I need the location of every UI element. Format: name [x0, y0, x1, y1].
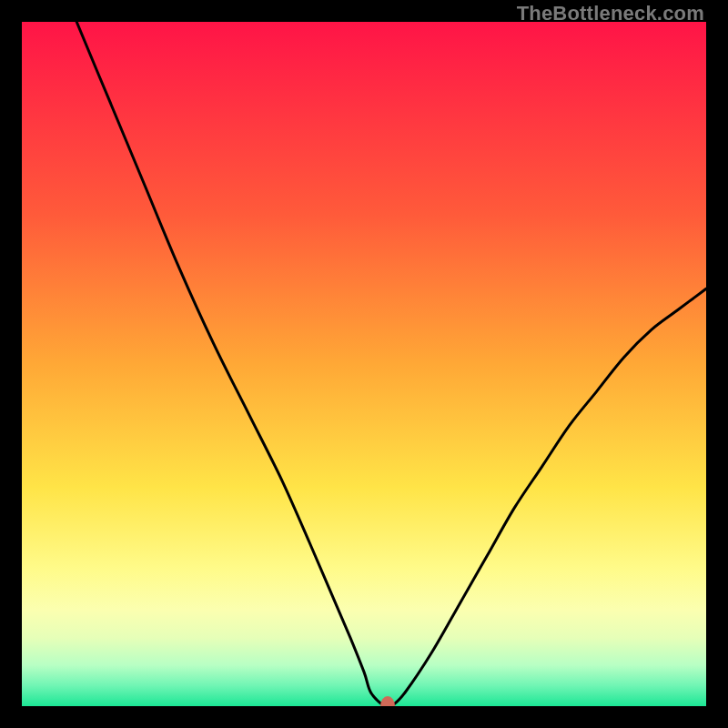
- background-gradient: [22, 22, 706, 706]
- plot-area: [22, 22, 706, 706]
- svg-rect-0: [22, 22, 706, 706]
- chart-frame: TheBottleneck.com: [0, 0, 728, 728]
